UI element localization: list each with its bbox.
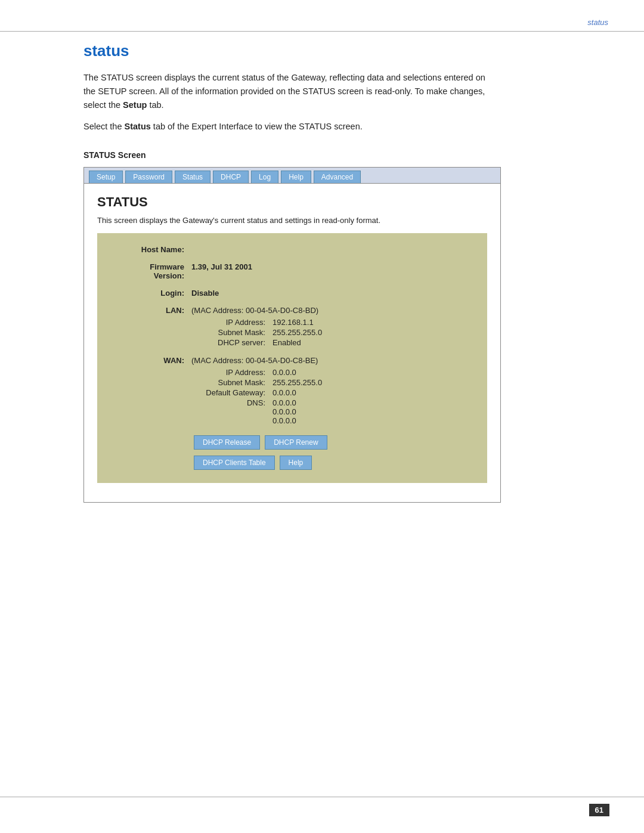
wan-row: WAN: (MAC Address: 00-04-5A-D0-C8-BE) IP… xyxy=(110,355,474,427)
wan-ip-row: IP Address: 0.0.0.0 xyxy=(191,367,470,377)
lan-subnet-label: Subnet Mask: xyxy=(191,327,269,337)
firmware-label: Firmware Version: xyxy=(110,261,188,281)
wan-subnet-value: 255.255.255.0 xyxy=(269,377,470,388)
intro-paragraph: The STATUS screen displays the current s… xyxy=(83,71,489,113)
tab-help[interactable]: Help xyxy=(281,171,311,183)
screen-description: This screen displays the Gateway's curre… xyxy=(97,216,467,225)
wan-dns-label: DNS: xyxy=(191,398,269,426)
spacer3 xyxy=(110,299,474,305)
lan-subnet-value: 255.255.255.0 xyxy=(269,327,470,337)
status-table: Host Name: Firmware Version: 1.39, Jul 3 xyxy=(110,244,474,427)
lan-details: IP Address: 192.168.1.1 Subnet Mask: 255… xyxy=(191,317,470,348)
wan-dns-row: DNS: 0.0.0.0 0.0.0.0 0.0.0.0 xyxy=(191,398,470,426)
firmware-value: 1.39, Jul 31 2001 xyxy=(188,261,474,281)
select-text-start: Select the xyxy=(83,122,125,131)
lan-mac: (MAC Address: 00-04-5A-D0-C8-BD) IP Addr… xyxy=(188,305,474,349)
screen-frame: Setup Password Status DHCP Log Help Adva… xyxy=(83,167,501,503)
host-name-label: Host Name: xyxy=(110,244,188,255)
dhcp-renew-button[interactable]: DHCP Renew xyxy=(265,435,327,450)
section-heading: STATUS Screen xyxy=(83,150,584,160)
dhcp-release-button[interactable]: DHCP Release xyxy=(194,435,260,450)
bottom-rule xyxy=(0,797,644,797)
spacer4 xyxy=(110,349,474,355)
wan-subnet-label: Subnet Mask: xyxy=(191,377,269,388)
wan-mac: (MAC Address: 00-04-5A-D0-C8-BE) IP Addr… xyxy=(188,355,474,427)
dhcp-clients-row: DHCP Clients Table Help xyxy=(110,456,474,470)
top-right-label: status xyxy=(587,18,608,27)
spacer1 xyxy=(110,255,474,261)
wan-gateway-value: 0.0.0.0 xyxy=(269,388,470,398)
main-content: status The STATUS screen displays the cu… xyxy=(83,42,584,503)
screen-inner: STATUS This screen displays the Gateway'… xyxy=(84,184,500,491)
firmware-row: Firmware Version: 1.39, Jul 31 2001 xyxy=(110,261,474,281)
page-number: 61 xyxy=(589,804,609,816)
lan-dhcp-value: Enabled xyxy=(269,337,470,348)
tab-setup[interactable]: Setup xyxy=(89,171,123,183)
wan-gateway-row: Default Gateway: 0.0.0.0 xyxy=(191,388,470,398)
dhcp-clients-button[interactable]: DHCP Clients Table xyxy=(194,456,275,470)
lan-ip-row: IP Address: 192.168.1.1 xyxy=(191,317,470,327)
top-rule xyxy=(0,31,644,32)
login-value: Disable xyxy=(188,287,474,299)
wan-subnet-row: Subnet Mask: 255.255.255.0 xyxy=(191,377,470,388)
help-button[interactable]: Help xyxy=(280,456,312,470)
login-label: Login: xyxy=(110,287,188,299)
tab-status[interactable]: Status xyxy=(175,171,210,183)
tab-advanced[interactable]: Advanced xyxy=(314,171,361,183)
lan-ip-value: 192.168.1.1 xyxy=(269,317,470,327)
lan-ip-label: IP Address: xyxy=(191,317,269,327)
tab-password[interactable]: Password xyxy=(125,171,172,183)
select-bold: Status xyxy=(125,122,151,131)
host-name-value xyxy=(188,244,474,255)
screen-title: STATUS xyxy=(97,194,487,210)
lan-dhcp-label: DHCP server: xyxy=(191,337,269,348)
wan-ip-label: IP Address: xyxy=(191,367,269,377)
wan-gateway-label: Default Gateway: xyxy=(191,388,269,398)
select-text-end: tab of the Expert Interface to view the … xyxy=(151,122,363,131)
tab-bar: Setup Password Status DHCP Log Help Adva… xyxy=(84,168,500,184)
wan-ip-value: 0.0.0.0 xyxy=(269,367,470,377)
select-paragraph: Select the Status tab of the Expert Inte… xyxy=(83,120,489,134)
intro-text-end: tab. xyxy=(147,100,163,110)
spacer2 xyxy=(110,281,474,287)
lan-label: LAN: xyxy=(110,305,188,349)
dhcp-buttons-row: DHCP Release DHCP Renew xyxy=(110,435,474,450)
login-row: Login: Disable xyxy=(110,287,474,299)
tab-dhcp[interactable]: DHCP xyxy=(213,171,249,183)
wan-dns-values: 0.0.0.0 0.0.0.0 0.0.0.0 xyxy=(269,398,470,426)
intro-bold: Setup xyxy=(123,100,147,110)
wan-details: IP Address: 0.0.0.0 Subnet Mask: 255.255… xyxy=(191,367,470,426)
lan-subnet-row: Subnet Mask: 255.255.255.0 xyxy=(191,327,470,337)
lan-dhcp-row: DHCP server: Enabled xyxy=(191,337,470,348)
host-name-row: Host Name: xyxy=(110,244,474,255)
tab-log[interactable]: Log xyxy=(251,171,278,183)
lan-row: LAN: (MAC Address: 00-04-5A-D0-C8-BD) IP… xyxy=(110,305,474,349)
status-box: Host Name: Firmware Version: 1.39, Jul 3 xyxy=(97,233,487,483)
wan-label: WAN: xyxy=(110,355,188,427)
page-title: status xyxy=(83,42,584,60)
